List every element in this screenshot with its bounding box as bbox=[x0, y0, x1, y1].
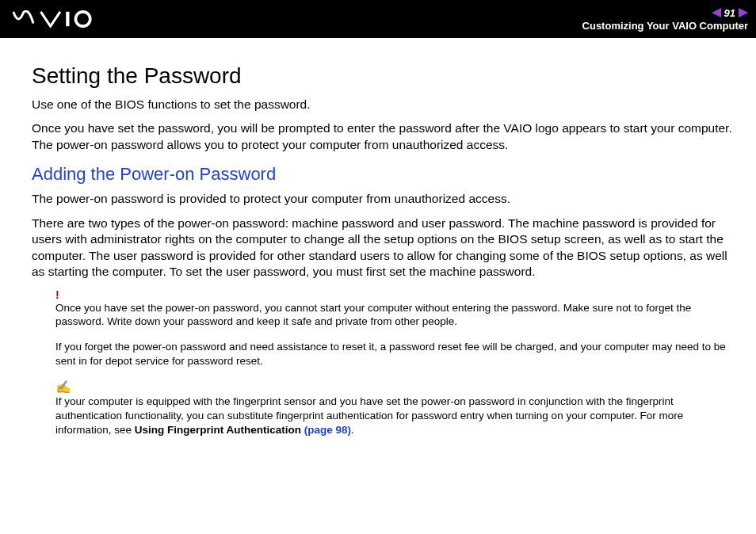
tip-page-link[interactable]: (page 98) bbox=[301, 424, 351, 436]
header-bar: 91 Customizing Your VAIO Computer bbox=[0, 0, 756, 38]
page-content: Setting the Password Use one of the BIOS… bbox=[0, 38, 756, 463]
page-navigator: 91 bbox=[582, 7, 748, 19]
svg-rect-0 bbox=[66, 12, 69, 26]
warning-icon: ! bbox=[55, 288, 732, 301]
tip-text: If your computer is equipped with the fi… bbox=[55, 395, 732, 437]
intro-paragraph-2: Once you have set the password, you will… bbox=[32, 120, 732, 153]
header-right: 91 Customizing Your VAIO Computer bbox=[582, 7, 748, 32]
sub-paragraph-2: There are two types of the power-on pass… bbox=[32, 216, 732, 280]
tip-text-end: . bbox=[351, 424, 354, 436]
vaio-logo bbox=[13, 10, 100, 28]
sub-paragraph-1: The power-on password is provided to pro… bbox=[32, 191, 732, 207]
svg-point-1 bbox=[75, 12, 90, 26]
tip-bold-ref: Using Fingerprint Authentication bbox=[135, 424, 301, 436]
next-page-icon[interactable] bbox=[739, 8, 748, 17]
warning-block: ! Once you have set the power-on passwor… bbox=[55, 288, 732, 437]
warning-text-1: Once you have set the power-on password,… bbox=[55, 301, 732, 330]
page-number: 91 bbox=[724, 7, 735, 19]
intro-paragraph-1: Use one of the BIOS functions to set the… bbox=[32, 97, 732, 113]
prev-page-icon[interactable] bbox=[712, 8, 721, 17]
tip-icon: ✍ bbox=[55, 380, 732, 395]
warning-text-2: If you forget the power-on password and … bbox=[55, 340, 732, 368]
section-title: Customizing Your VAIO Computer bbox=[582, 20, 748, 32]
page-title: Setting the Password bbox=[32, 63, 732, 89]
subheading: Adding the Power-on Password bbox=[32, 164, 732, 185]
